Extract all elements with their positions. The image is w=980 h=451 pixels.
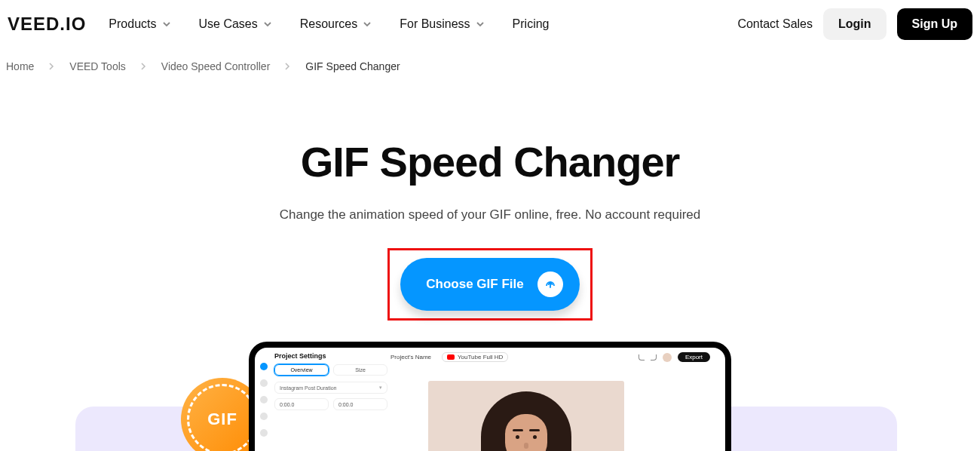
- nav-label: Pricing: [513, 17, 550, 31]
- tab-size: Size: [333, 364, 387, 376]
- rail-icon: [260, 429, 268, 437]
- field-value: 0:00.0: [338, 402, 353, 407]
- primary-nav: Products Use Cases Resources For Busines…: [109, 17, 737, 31]
- breadcrumb-video-speed-controller[interactable]: Video Speed Controller: [161, 60, 271, 72]
- editor-screen: Project's Name YouTube Full HD Export: [255, 348, 725, 451]
- undo-icon: [639, 354, 645, 360]
- upload-icon: [537, 272, 563, 297]
- hero: GIF Speed Changer Change the animation s…: [0, 137, 980, 321]
- page-title: GIF Speed Changer: [0, 137, 980, 186]
- redo-icon: [651, 354, 657, 360]
- brand-logo[interactable]: VEED.IO: [8, 14, 86, 35]
- editor-topbar: Project's Name YouTube Full HD Export: [390, 352, 710, 362]
- time-field: 0:00.0: [274, 398, 329, 410]
- chevron-right-icon: [141, 63, 146, 70]
- signup-button[interactable]: Sign Up: [897, 8, 972, 40]
- chevron-down-icon: [476, 20, 484, 28]
- time-field: 0:00.0: [333, 398, 387, 410]
- video-preview: [428, 381, 624, 451]
- chevron-down-icon: [363, 20, 371, 28]
- page-subtitle: Change the animation speed of your GIF o…: [0, 207, 980, 222]
- contact-sales-link[interactable]: Contact Sales: [737, 17, 813, 31]
- nav-for-business[interactable]: For Business: [400, 17, 483, 31]
- rail-icon: [260, 413, 268, 420]
- preset-label: YouTube Full HD: [458, 354, 503, 360]
- nav-label: Products: [109, 17, 156, 31]
- project-name-field: Project's Name: [390, 354, 431, 360]
- header-actions: Contact Sales Login Sign Up: [737, 8, 972, 40]
- login-button[interactable]: Login: [823, 8, 887, 40]
- breadcrumb: Home VEED Tools Video Speed Controller G…: [0, 48, 980, 84]
- nav-label: Use Cases: [199, 17, 258, 31]
- avatar: [663, 353, 672, 362]
- export-preset: YouTube Full HD: [442, 352, 508, 362]
- nav-label: Resources: [300, 17, 357, 31]
- tab-overview: Overview: [274, 364, 329, 376]
- rail-icon: [260, 396, 268, 403]
- chevron-right-icon: [49, 63, 54, 70]
- panel-title: Project Settings: [274, 352, 387, 360]
- header: VEED.IO Products Use Cases Resources For…: [0, 0, 980, 48]
- rail-icon: [260, 363, 268, 370]
- rail-icon: [260, 379, 268, 387]
- choose-gif-file-button[interactable]: Choose GIF File: [400, 258, 579, 311]
- chevron-down-icon: [163, 20, 170, 28]
- gif-badge-text: GIF: [207, 410, 237, 429]
- export-button: Export: [678, 352, 710, 362]
- tablet-frame: Project's Name YouTube Full HD Export: [249, 342, 731, 451]
- youtube-icon: [447, 354, 455, 360]
- nav-use-cases[interactable]: Use Cases: [199, 17, 271, 31]
- nav-pricing[interactable]: Pricing: [513, 17, 550, 31]
- left-rail: [258, 363, 270, 437]
- chevron-right-icon: [285, 63, 290, 70]
- cta-container: Choose GIF File: [0, 248, 980, 321]
- nav-resources[interactable]: Resources: [300, 17, 371, 31]
- person-illustration: [473, 391, 579, 451]
- breadcrumb-veed-tools[interactable]: VEED Tools: [69, 60, 125, 72]
- chevron-down-icon: ▾: [379, 385, 382, 391]
- nav-products[interactable]: Products: [109, 17, 170, 31]
- chevron-down-icon: [264, 20, 271, 28]
- breadcrumb-current: GIF Speed Changer: [305, 60, 400, 72]
- nav-label: For Business: [400, 17, 470, 31]
- highlight-annotation: Choose GIF File: [387, 248, 592, 321]
- cta-label: Choose GIF File: [426, 277, 523, 292]
- duration-field: Instagram Post Duration ▾: [274, 382, 387, 394]
- editor-preview-illustration: GIF Project's Name YouTube Full HD Expor…: [0, 342, 980, 451]
- field-value: 0:00.0: [280, 402, 294, 407]
- field-label: Instagram Post Duration: [280, 385, 336, 391]
- breadcrumb-home[interactable]: Home: [6, 60, 34, 72]
- project-settings-panel: Project Settings Overview Size Instagram…: [274, 352, 387, 415]
